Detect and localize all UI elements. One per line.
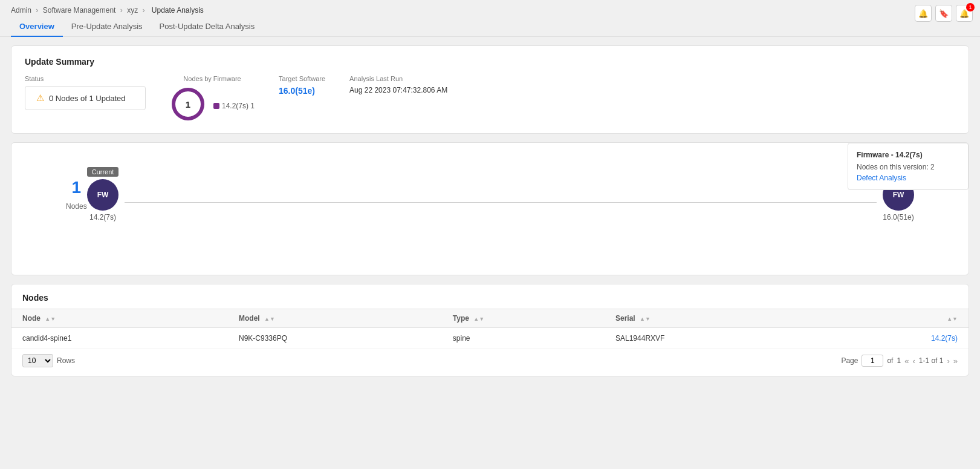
prev-page-button[interactable]: ‹ — [912, 356, 915, 366]
table-header-row: Node ▲▼ Model ▲▼ Type ▲▼ Serial ▲▼ — [11, 309, 969, 328]
warning-icon: ⚠ — [36, 93, 44, 103]
nodes-table-card: Nodes Node ▲▼ Model ▲▼ Type ▲▼ — [11, 284, 969, 376]
page-label: Page — [841, 356, 858, 365]
cell-type: spine — [442, 328, 605, 349]
breadcrumb-admin[interactable]: Admin — [11, 6, 31, 15]
tab-pre-update[interactable]: Pre-Update Analysis — [63, 17, 151, 37]
update-summary-grid: Status ⚠ 0 Nodes of 1 Updated Nodes by F… — [25, 75, 955, 122]
cell-node: candid4-spine1 — [11, 328, 228, 349]
defect-analysis-link[interactable]: Defect Analysis — [857, 174, 906, 182]
cell-serial: SAL1944RXVF — [605, 328, 821, 349]
current-fw-version: 14.2(7s) — [89, 213, 116, 221]
col-node: Node ▲▼ — [11, 309, 228, 328]
status-box: ⚠ 0 Nodes of 1 Updated — [25, 86, 146, 110]
breadcrumb-xyz[interactable]: xyz — [127, 6, 138, 15]
nodes-table-body: candid4-spine1 N9K-C9336PQ spine SAL1944… — [11, 328, 969, 349]
of-label: of — [887, 356, 893, 365]
cell-model: N9K-C9336PQ — [228, 328, 442, 349]
table-row: candid4-spine1 N9K-C9336PQ spine SAL1944… — [11, 328, 969, 349]
donut-chart: 1 — [170, 86, 206, 122]
flow-container: 1 Nodes Current FW 14.2(7s) Target FW 16… — [30, 161, 950, 228]
sort-type-icon[interactable]: ▲▼ — [473, 316, 484, 322]
sort-version-icon[interactable]: ▲▼ — [947, 316, 958, 322]
sort-serial-icon[interactable]: ▲▼ — [640, 316, 651, 322]
page-range: 1-1 of 1 — [919, 356, 944, 365]
target-software-section: Target Software 16.0(51e) — [279, 75, 325, 96]
rows-label: Rows — [57, 356, 75, 365]
bookmark-icon[interactable]: 🔖 — [935, 5, 952, 22]
total-pages: 1 — [897, 356, 901, 365]
alert-badge: 1 — [966, 3, 975, 11]
analysis-section: Analysis Last Run Aug 22 2023 07:47:32.8… — [349, 75, 447, 94]
firmware-panel: Firmware - 14.2(7s) Nodes on this versio… — [848, 143, 969, 190]
last-page-button[interactable]: » — [953, 356, 958, 366]
donut-center-value: 1 — [186, 99, 190, 110]
nodes-firmware-label: Nodes by Firmware — [183, 75, 241, 82]
breadcrumb: Admin › Software Management › xyz › Upda… — [0, 0, 980, 17]
page-input[interactable] — [862, 355, 883, 367]
main-content: Update Summary Status ⚠ 0 Nodes of 1 Upd… — [0, 37, 980, 385]
target-fw-version: 16.0(51e) — [883, 213, 913, 221]
firmware-panel-subtitle: Nodes on this version: 2 — [857, 163, 959, 171]
tabs-bar: Overview Pre-Update Analysis Post-Update… — [0, 17, 980, 37]
tab-post-update[interactable]: Post-Update Delta Analysis — [151, 17, 264, 37]
nodes-table: Node ▲▼ Model ▲▼ Type ▲▼ Serial ▲▼ — [11, 309, 969, 349]
col-serial: Serial ▲▼ — [605, 309, 821, 328]
nodes-label: Nodes — [66, 202, 87, 211]
update-summary-title: Update Summary — [25, 57, 955, 67]
current-badge: Current — [87, 167, 119, 177]
firmware-panel-title: Firmware - 14.2(7s) — [857, 151, 959, 159]
flow-diagram-card: 1 Nodes Current FW 14.2(7s) Target FW 16… — [11, 142, 969, 275]
current-fw-group: Current FW 14.2(7s) — [87, 167, 119, 221]
sort-node-icon[interactable]: ▲▼ — [45, 316, 56, 322]
flow-line — [125, 202, 877, 203]
rows-select: 10 25 50 100 Rows — [22, 354, 75, 367]
status-text: 0 Nodes of 1 Updated — [49, 94, 125, 103]
col-version: ▲▼ — [821, 309, 969, 328]
breadcrumb-current: Update Analysis — [152, 6, 204, 15]
pagination-row: 10 25 50 100 Rows Page of 1 « ‹ 1-1 of 1… — [11, 349, 969, 370]
nodes-table-title: Nodes — [11, 293, 969, 309]
top-bar: 🔔 🔖 🔔 1 — [907, 0, 980, 27]
legend-dot — [213, 103, 219, 109]
sort-model-icon[interactable]: ▲▼ — [264, 316, 275, 322]
breadcrumb-software-management[interactable]: Software Management — [43, 6, 116, 15]
notification-icon[interactable]: 🔔 — [915, 5, 932, 22]
next-page-button[interactable]: › — [947, 356, 949, 366]
target-software-label: Target Software — [279, 75, 325, 82]
cell-version: 14.2(7s) — [821, 328, 969, 349]
col-model: Model ▲▼ — [228, 309, 442, 328]
update-summary-card: Update Summary Status ⚠ 0 Nodes of 1 Upd… — [11, 45, 969, 134]
analysis-last-run-label: Analysis Last Run — [349, 75, 447, 82]
firmware-legend: 14.2(7s) 1 — [213, 98, 255, 110]
nodes-firmware-section: Nodes by Firmware 1 14.2(7s) 1 — [170, 75, 255, 122]
node-count: 1 — [72, 178, 82, 197]
version-link[interactable]: 14.2(7s) — [931, 334, 958, 343]
status-label: Status — [25, 75, 146, 82]
col-type: Type ▲▼ — [442, 309, 605, 328]
node-count-group: 1 Nodes — [66, 178, 87, 211]
legend-label: 14.2(7s) 1 — [222, 102, 255, 110]
target-version-link[interactable]: 16.0(51e) — [279, 86, 315, 96]
page-navigation: Page of 1 « ‹ 1-1 of 1 › » — [841, 355, 958, 367]
analysis-datetime: Aug 22 2023 07:47:32.806 AM — [349, 86, 447, 94]
status-section: Status ⚠ 0 Nodes of 1 Updated — [25, 75, 146, 110]
alert-icon[interactable]: 🔔 1 — [956, 5, 973, 22]
current-fw-circle[interactable]: FW — [87, 179, 118, 211]
tab-overview[interactable]: Overview — [11, 17, 63, 37]
rows-dropdown[interactable]: 10 25 50 100 — [22, 354, 53, 367]
first-page-button[interactable]: « — [904, 356, 909, 366]
